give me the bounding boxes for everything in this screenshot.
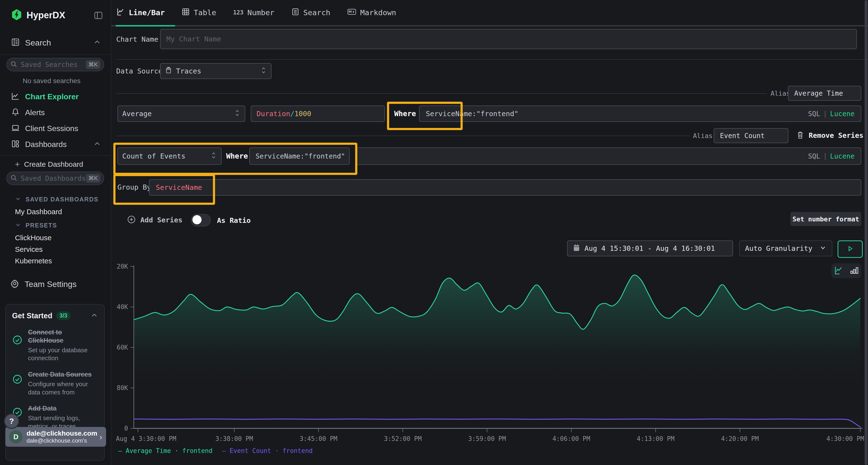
line-chart-style-icon[interactable]	[834, 266, 843, 276]
sidebar-item-team-settings[interactable]: Team Settings	[0, 277, 111, 291]
line-chart-icon	[11, 92, 20, 101]
presets-group-header[interactable]: PRESETS	[15, 222, 57, 229]
legend-item-average-time[interactable]: — Average Time · frontend	[118, 447, 212, 455]
sidebar: HyperDX Search Saved Searches ⌘K No save…	[0, 0, 112, 465]
check-circle-icon	[12, 335, 23, 362]
collapse-sidebar-icon[interactable]	[94, 10, 103, 21]
saved-dashboards-group-header[interactable]: SAVED DASHBOARDS	[15, 196, 98, 203]
chart-name-input[interactable]	[160, 29, 857, 49]
series2-where-input[interactable]: ServiceName:"frontend"	[249, 147, 350, 165]
sidebar-item-services[interactable]: Services	[15, 245, 43, 254]
sidebar-item-my-dashboard[interactable]: My Dashboard	[15, 208, 62, 216]
series2-alias-input[interactable]	[714, 128, 788, 143]
bell-icon	[11, 108, 20, 117]
tab-table[interactable]: Table	[182, 0, 216, 25]
as-ratio-toggle[interactable]	[191, 214, 211, 227]
tab-line-bar[interactable]: Line/Bar	[116, 0, 165, 25]
saved-dashboards-input[interactable]: Saved Dashboards ⌘K	[6, 171, 104, 185]
sidebar-section-label: Search	[25, 38, 51, 47]
svg-text:3:59:00 PM: 3:59:00 PM	[468, 435, 506, 442]
saved-searches-input[interactable]: Saved Searches ⌘K	[6, 58, 104, 71]
shortcut-badge: ⌘K	[86, 60, 100, 69]
updown-chevrons-icon	[211, 151, 217, 161]
legend-item-event-count[interactable]: — Event Count · frontend	[222, 447, 313, 455]
data-source-label: Data Source	[116, 67, 162, 75]
legend-label: Average Time · frontend	[126, 447, 212, 455]
group-by-value: ServiceName	[156, 184, 202, 192]
add-series-label: Add Series	[140, 216, 183, 224]
sql-option[interactable]: SQL	[808, 152, 820, 160]
aggregation-value: Average	[122, 110, 152, 118]
series2-where-label: Where	[226, 152, 248, 160]
logo[interactable]: HyperDX	[11, 9, 65, 22]
svg-text:3:38:00 PM: 3:38:00 PM	[215, 435, 253, 442]
legend-dash: —	[118, 447, 122, 455]
help-button[interactable]: ?	[4, 413, 19, 429]
query-language-switch[interactable]: SQL|Lucene	[808, 152, 855, 160]
user-menu[interactable]: D dale@clickhouse.com dale@clickhouse.co…	[5, 427, 106, 447]
svg-text:Aug 4 3:30:00 PM: Aug 4 3:30:00 PM	[116, 435, 176, 442]
sidebar-item-label: Chart Explorer	[25, 92, 79, 101]
series1-alias-input[interactable]	[788, 86, 861, 101]
add-series-button[interactable]: Add Series	[127, 215, 183, 225]
field-token-amber: 1000	[294, 110, 311, 118]
svg-text:4:20:00 PM: 4:20:00 PM	[721, 435, 759, 442]
alias-label: Alias	[693, 132, 712, 139]
sidebar-item-dashboards[interactable]: Dashboards	[0, 137, 111, 151]
chart-style-toggle	[831, 263, 861, 278]
lucene-option[interactable]: Lucene	[830, 152, 855, 160]
get-started-badge: 3/3	[56, 311, 71, 320]
user-email: dale@clickhouse.com	[27, 430, 100, 437]
group-by-input[interactable]: ServiceName	[149, 179, 861, 196]
legend-label: Event Count · frontend	[229, 447, 312, 455]
create-dashboard-button[interactable]: + Create Dashboard	[15, 160, 83, 169]
series2-aggregation-select[interactable]: Count of Events	[117, 147, 222, 165]
sql-option[interactable]: SQL	[808, 110, 820, 118]
svg-text:320K: 320K	[116, 263, 128, 270]
tab-number[interactable]: 123 Number	[233, 0, 274, 25]
sidebar-section-search[interactable]: Search	[0, 36, 111, 49]
get-started-item[interactable]: Connect to ClickHouse Set up your databa…	[12, 328, 98, 362]
series2-where-extended-input[interactable]: SQL|Lucene	[356, 147, 861, 165]
updown-chevrons-icon	[234, 109, 240, 119]
chevron-right-icon: ›	[100, 432, 102, 442]
tab-markdown[interactable]: Markdown	[347, 0, 396, 25]
database-icon	[165, 66, 172, 76]
sidebar-item-chart-explorer[interactable]: Chart Explorer	[0, 90, 111, 104]
query-language-switch[interactable]: SQL|Lucene	[808, 110, 855, 118]
where-value: ServiceName:"frontend"	[426, 110, 518, 118]
shortcut-badge: ⌘K	[86, 174, 100, 182]
sidebar-item-label: Dashboards	[25, 140, 67, 149]
chevron-up-icon[interactable]	[91, 312, 98, 320]
set-number-format-button[interactable]: Set number format	[790, 212, 861, 226]
timeseries-chart[interactable]: 320K240K160K80K0Aug 4 3:30:00 PM3:38:00 …	[116, 251, 866, 446]
sidebar-item-clickhouse[interactable]: ClickHouse	[15, 234, 52, 242]
data-source-select[interactable]: Traces	[160, 63, 272, 79]
sidebar-item-kubernetes[interactable]: Kubernetes	[15, 257, 52, 265]
laptop-icon	[11, 124, 20, 133]
divider	[116, 93, 767, 94]
separator: |	[820, 110, 830, 118]
lucene-option[interactable]: Lucene	[830, 110, 855, 118]
journal-search-icon	[11, 38, 20, 47]
remove-series-button[interactable]: Remove Series	[796, 131, 863, 140]
toggle-knob	[192, 215, 202, 224]
get-started-item-title: Add Data	[28, 404, 100, 413]
bar-chart-style-icon[interactable]	[850, 266, 859, 276]
sidebar-item-client-sessions[interactable]: Client Sessions	[0, 122, 111, 135]
sidebar-item-label: Team Settings	[25, 279, 76, 289]
get-started-item-desc: Configure where your data comes from	[28, 380, 98, 397]
series1-aggregation-select[interactable]: Average	[117, 105, 245, 122]
scrollbar[interactable]	[865, 0, 868, 465]
tab-label: Search	[303, 8, 330, 17]
get-started-item-desc: Set up your database connection	[28, 346, 98, 363]
sidebar-item-alerts[interactable]: Alerts	[0, 105, 111, 120]
get-started-item[interactable]: Add Data Start sending logs, metrics, or…	[12, 404, 98, 430]
tab-search[interactable]: Search	[291, 0, 330, 25]
series1-field-input[interactable]: Duration/1000	[251, 105, 385, 122]
series1-where-input[interactable]: ServiceName:"frontend" SQL|Lucene	[419, 105, 861, 122]
chevron-up-icon	[94, 38, 101, 47]
svg-text:3:52:00 PM: 3:52:00 PM	[384, 435, 422, 442]
chevron-down-icon	[15, 222, 21, 229]
get-started-item[interactable]: Create Data Sources Configure where your…	[12, 371, 98, 396]
